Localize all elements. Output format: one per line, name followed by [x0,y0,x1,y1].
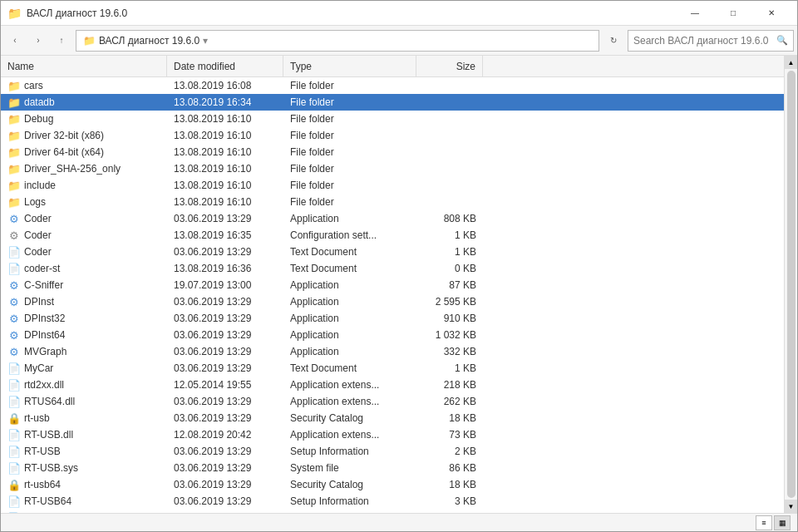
cell-size: 73 KB [416,426,483,443]
cell-date: 03.06.2019 13:29 [167,210,283,227]
table-row[interactable]: 📄 RTUS64.dll 03.06.2019 13:29 Applicatio… [1,393,784,410]
folder-icon: 📁 [7,162,21,175]
cell-name: 📁 datadb [1,94,167,111]
table-row[interactable]: ⚙ Coder 03.06.2019 13:29 Application 808… [1,210,784,227]
scrollbar[interactable]: ▲ ▼ [784,56,797,513]
up-button[interactable]: ↑ [51,30,72,52]
detail-view-button[interactable]: ▦ [774,515,791,530]
cell-type: Application extens... [283,393,416,410]
cell-name: ⚙ DPInst32 [1,310,167,327]
cell-date: 03.06.2019 13:29 [167,393,283,410]
table-row[interactable]: ⚙ Coder 13.08.2019 16:35 Configuration s… [1,227,784,244]
file-name-text: rt-usb [24,412,50,424]
cell-date: 12.08.2019 20:42 [167,426,283,443]
cell-size: 1 KB [416,244,483,260]
list-view-button[interactable]: ≡ [756,515,772,530]
file-name-text: MyCar [24,362,53,374]
table-row[interactable]: 📁 Debug 13.08.2019 16:10 File folder [1,111,784,127]
file-name-text: Debug [24,113,53,125]
table-row[interactable]: 📁 Driver 64-bit (x64) 13.08.2019 16:10 F… [1,144,784,160]
table-row[interactable]: 📁 Logs 13.08.2019 16:10 File folder [1,194,784,210]
table-row[interactable]: 📄 RT-USB.dll 12.08.2019 20:42 Applicatio… [1,426,784,443]
table-row[interactable]: 📄 RT-USB.sys 03.06.2019 13:29 System fil… [1,460,784,476]
cell-type: File folder [283,77,416,94]
refresh-button[interactable]: ↻ [603,30,624,52]
cell-name: ⚙ DPInst64 [1,327,167,343]
cell-name: 📁 Driver 64-bit (x64) [1,144,167,160]
scroll-down-button[interactable]: ▼ [785,500,798,513]
scroll-up-button[interactable]: ▲ [785,56,798,69]
exe-icon: ⚙ [7,328,21,342]
file-name-text: coder-st [24,263,60,274]
cell-type: File folder [283,144,416,160]
cell-name: ⚙ Coder [1,227,167,244]
cell-date: 03.06.2019 13:29 [167,493,283,510]
forward-button[interactable]: › [27,30,49,52]
table-row[interactable]: 📄 RT-USB64 03.06.2019 13:29 Setup Inform… [1,493,784,510]
file-name-text: Driver 32-bit (x86) [24,130,104,141]
table-row[interactable]: ⚙ C-Sniffer 19.07.2019 13:00 Application… [1,277,784,293]
table-row[interactable]: ⚙ MVGraph 03.06.2019 13:29 Application 3… [1,343,784,360]
col-header-size[interactable]: Size [416,56,483,76]
window-icon: 📁 [7,7,22,20]
table-row[interactable]: 📄 coder-st 13.08.2019 16:36 Text Documen… [1,260,784,277]
cell-type: Text Document [283,360,416,377]
cell-date: 13.08.2019 16:10 [167,127,283,144]
file-list-container[interactable]: Name Date modified Type Size 📁 cars 13.0… [1,56,784,513]
file-name-text: DPInst64 [24,329,65,341]
table-row[interactable]: ⚙ DPInst32 03.06.2019 13:29 Application … [1,310,784,327]
close-button[interactable]: ✕ [752,1,791,26]
maximize-button[interactable]: □ [714,1,752,26]
file-name-text: RT-USB.sys [24,462,78,474]
cell-name: 📄 Coder [1,244,167,260]
col-header-type[interactable]: Type [283,56,416,76]
table-row[interactable]: 📁 cars 13.08.2019 16:08 File folder [1,77,784,94]
status-bar: ≡ ▦ [1,513,797,531]
cell-size: 218 KB [416,377,483,393]
table-row[interactable]: 📄 rtd2xx.dll 12.05.2014 19:55 Applicatio… [1,377,784,393]
cell-size: 1 032 KB [416,327,483,343]
table-row[interactable]: 📁 include 13.08.2019 16:10 File folder [1,177,784,194]
cell-size: 18 KB [416,476,483,493]
minimize-button[interactable]: — [676,1,714,26]
cell-size: 18 KB [416,410,483,426]
cell-date: 13.08.2019 16:35 [167,227,283,244]
cell-size: 1 KB [416,227,483,244]
table-row[interactable]: 📄 MyCar 03.06.2019 13:29 Text Document 1… [1,360,784,377]
table-row[interactable]: 📄 Coder 03.06.2019 13:29 Text Document 1… [1,244,784,260]
col-header-date[interactable]: Date modified [167,56,283,76]
table-row[interactable]: ⚙ DPInst64 03.06.2019 13:29 Application … [1,327,784,343]
cell-name: 📁 cars [1,77,167,94]
table-row[interactable]: 📁 Driver_SHA-256_only 13.08.2019 16:10 F… [1,160,784,177]
cell-size [416,194,483,210]
search-input[interactable] [633,35,773,47]
folder-icon: 📁 [7,112,21,126]
cell-type: File folder [283,160,416,177]
cell-date: 03.06.2019 13:29 [167,244,283,260]
cell-name: 🔒 rt-usb64 [1,476,167,493]
table-row[interactable]: 📁 datadb 13.08.2019 16:34 File folder [1,94,784,111]
cell-date: 12.05.2014 19:55 [167,377,283,393]
exe-icon: ⚙ [7,295,21,308]
search-box[interactable]: 🔍 [628,30,794,52]
cell-date: 03.06.2019 13:29 [167,443,283,460]
cell-name: 📁 include [1,177,167,194]
table-row[interactable]: 📄 RT-USB 03.06.2019 13:29 Setup Informat… [1,443,784,460]
cell-type: Application [283,277,416,293]
table-row[interactable]: 📁 Driver 32-bit (x86) 13.08.2019 16:10 F… [1,127,784,144]
back-button[interactable]: ‹ [4,30,26,52]
table-row[interactable]: ⚙ DPInst 03.06.2019 13:29 Application 2 … [1,293,784,310]
address-path[interactable]: 📁 ВАСЛ диагност 19.6.0 ▾ [76,30,599,52]
exe-icon: ⚙ [7,312,21,325]
file-name-text: MVGraph [24,346,66,357]
sys-icon: 📄 [7,461,21,475]
table-row[interactable]: 🔒 rt-usb64 03.06.2019 13:29 Security Cat… [1,476,784,493]
scroll-thumb[interactable] [787,71,796,498]
exe-icon: ⚙ [7,278,21,292]
col-header-name[interactable]: Name [1,56,167,76]
cell-date: 03.06.2019 13:29 [167,310,283,327]
cell-size [416,94,483,111]
dll-icon: 📄 [7,428,21,441]
exe-icon: ⚙ [7,345,21,358]
table-row[interactable]: 🔒 rt-usb 03.06.2019 13:29 Security Catal… [1,410,784,426]
